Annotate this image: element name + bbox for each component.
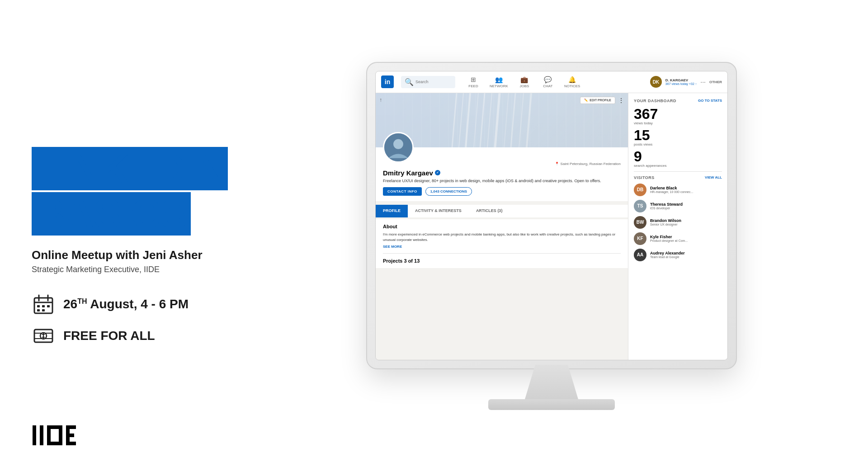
go-stats-link[interactable]: GO TO STATS	[698, 99, 722, 103]
tab-profile[interactable]: PROFILE	[376, 205, 408, 217]
search-icon: 🔍	[405, 78, 414, 86]
free-text: FREE FOR ALL	[63, 329, 155, 343]
visitor-role-3: Product designer at Com...	[650, 239, 722, 242]
role-label: Strategic Marketing Executive, IIDE	[32, 265, 203, 274]
user-area: DK D. KARGAEV 367 views today +32 ↑ ··· …	[650, 76, 722, 88]
visitor-info-1: Theresa Steward iOS developer	[650, 202, 722, 210]
about-text: I'm more experienced in eCommerce web pr…	[383, 232, 621, 243]
page-wrapper: LINKEDIN BASICS Online Meetup with Jeni …	[0, 0, 868, 476]
title-linkedin: LINKEDIN	[35, 146, 224, 192]
visitor-name-3: Kyle Fisher	[650, 235, 722, 239]
visitor-avatar-1: TS	[634, 200, 646, 212]
profile-details: Dmitry Kargaev ✓ 📍 Saint Petersburg, Rus…	[383, 151, 621, 196]
svg-rect-4	[37, 305, 40, 307]
left-panel: LINKEDIN BASICS Online Meetup with Jeni …	[0, 0, 235, 476]
visitor-item-3: KF Kyle Fisher Product designer at Com..…	[634, 232, 722, 245]
stat-views-number: 367	[634, 107, 722, 121]
edit-icon: ✏️	[584, 99, 588, 102]
user-info: D. KARGAEV 367 views today +32 ↑	[665, 78, 697, 85]
stat-views: 367 views today	[634, 107, 722, 125]
nav-jobs[interactable]: 💼 JOBS	[514, 74, 535, 90]
date-text: 26TH August, 4 - 6 PM	[63, 297, 189, 311]
view-all-link[interactable]: VIEW ALL	[705, 175, 722, 179]
action-buttons: CONTACT INFO 1,043 CONNECTIONS	[383, 187, 621, 196]
stat-posts: 15 posts views	[634, 128, 722, 146]
visitor-info-4: Audrey Alexander Team lead at Google	[650, 251, 722, 259]
profile-name: Dmitry Kargaev ✓	[383, 169, 440, 177]
title-block: LINKEDIN BASICS	[32, 147, 203, 248]
user-stats: 367 views today +32 ↑	[665, 82, 697, 85]
visitors-header: VISITORS VIEW ALL	[634, 175, 722, 180]
visitor-avatar-3: KF	[634, 232, 646, 245]
visitor-item-2: BW Brandon Wilson Senior UX designer	[634, 216, 722, 229]
tab-activity[interactable]: ACTIVITY & INTERESTS	[408, 205, 469, 217]
profile-avatar	[383, 132, 414, 163]
nav-chat[interactable]: 💬 CHAT	[537, 74, 559, 90]
visitor-avatar-2: BW	[634, 216, 646, 229]
svg-rect-17	[40, 425, 43, 445]
monitor-stand	[524, 365, 579, 401]
profile-info: Dmitry Kargaev ✓ 📍 Saint Petersburg, Rus…	[376, 147, 628, 202]
edit-profile-button[interactable]: ✏️ EDIT PROFILE	[580, 97, 615, 104]
user-name: D. KARGAEV	[665, 78, 697, 82]
free-row: FREE FOR ALL	[32, 324, 203, 348]
svg-rect-18	[47, 425, 51, 445]
svg-rect-23	[70, 425, 76, 429]
dashboard-title: YOUR DASHBOARD	[634, 99, 676, 103]
event-info: 26TH August, 4 - 6 PM	[32, 292, 203, 348]
meetup-label: Online Meetup with Jeni Asher	[32, 248, 203, 262]
visitor-avatar-0: DB	[634, 184, 646, 196]
svg-rect-16	[33, 425, 36, 445]
dashboard-header: YOUR DASHBOARD GO TO STATS	[634, 99, 722, 103]
left-content: LINKEDIN BASICS Online Meetup with Jeni …	[32, 27, 203, 449]
search-bar[interactable]: 🔍	[401, 76, 455, 88]
verified-badge: ✓	[435, 170, 440, 175]
connections-button[interactable]: 1,043 CONNECTIONS	[425, 187, 472, 196]
cover-more-button[interactable]: ⋮	[618, 97, 624, 104]
notices-icon: 🔔	[568, 76, 576, 83]
svg-rect-24	[70, 434, 74, 437]
visitor-role-0: HR-manager, 10 000 connec...	[650, 190, 722, 193]
search-input[interactable]	[415, 80, 456, 84]
svg-rect-7	[37, 309, 40, 311]
chat-icon: 💬	[544, 76, 552, 83]
svg-point-39	[393, 139, 403, 149]
visitor-avatar-4: AA	[634, 249, 646, 261]
jobs-icon: 💼	[520, 76, 528, 83]
feed-icon: ⊞	[471, 76, 476, 83]
nav-network[interactable]: 👥 NETWORK	[486, 74, 512, 90]
linkedin-logo: in	[381, 75, 394, 88]
monitor-base	[488, 399, 615, 410]
visitor-role-1: iOS developer	[650, 207, 722, 210]
title-basics: BASICS	[35, 191, 187, 237]
svg-rect-8	[42, 309, 45, 311]
svg-rect-25	[70, 442, 76, 445]
subtitle-block: Online Meetup with Jeni Asher Strategic …	[32, 248, 203, 292]
visitor-info-0: Darlene Black HR-manager, 10 000 connec.…	[650, 186, 722, 193]
visitor-name-4: Audrey Alexander	[650, 251, 722, 255]
see-more-button[interactable]: SEE MORE	[383, 245, 621, 249]
svg-rect-6	[47, 305, 50, 307]
other-label: OTHER	[709, 80, 722, 84]
monitor-body: in 🔍 ⊞ FEED 👥	[366, 62, 737, 369]
location: 📍 Saint Petersburg, Russian Federation	[555, 162, 621, 166]
monitor-screen: in 🔍 ⊞ FEED 👥	[375, 71, 728, 360]
projects-header: Projects 3 of 13	[383, 253, 621, 264]
stat-posts-label: posts views	[634, 142, 722, 146]
nav-feed[interactable]: ⊞ FEED	[462, 74, 484, 90]
nav-notices[interactable]: 🔔 NOTICES	[561, 74, 584, 90]
about-title: About	[383, 224, 621, 229]
visitor-info-3: Kyle Fisher Product designer at Com...	[650, 235, 722, 242]
linkedin-sidebar: YOUR DASHBOARD GO TO STATS 367 views tod…	[628, 93, 727, 360]
linkedin-main: ↑ ✏️ EDIT PROFILE ⋮	[376, 93, 727, 360]
visitor-name-1: Theresa Steward	[650, 202, 722, 207]
nav-items: ⊞ FEED 👥 NETWORK 💼 JOBS	[462, 74, 643, 90]
stat-search: 9 search appeerances	[634, 149, 722, 168]
contact-info-button[interactable]: CONTACT INFO	[383, 187, 422, 196]
svg-rect-21	[59, 425, 62, 445]
monitor-wrapper: in 🔍 ⊞ FEED 👥	[366, 62, 737, 415]
visitor-role-4: Team lead at Google	[650, 255, 722, 259]
share-button[interactable]: ↑	[379, 97, 382, 103]
tab-articles[interactable]: ARTICLES (3)	[469, 205, 510, 217]
more-dots[interactable]: ···	[700, 78, 706, 85]
